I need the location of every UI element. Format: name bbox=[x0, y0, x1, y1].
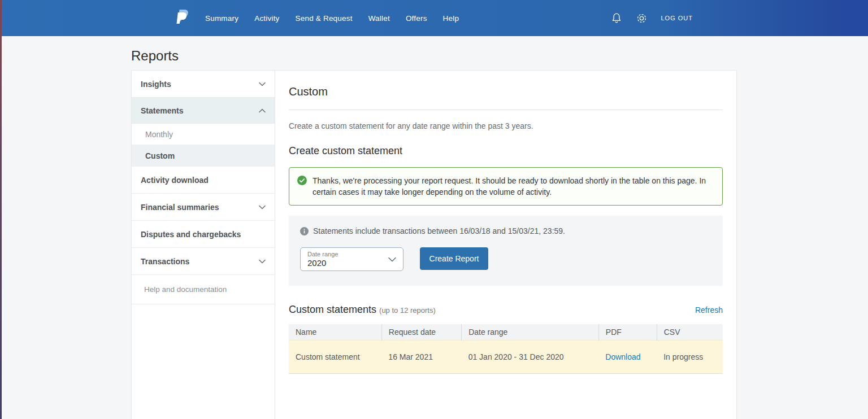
date-range-value: 2020 bbox=[307, 258, 396, 268]
cell-date-range: 01 Jan 2020 - 31 Dec 2020 bbox=[462, 341, 599, 374]
settings-gear-icon[interactable] bbox=[635, 12, 648, 25]
date-range-label: Date range bbox=[307, 251, 396, 258]
reports-page: Reports Insights Statements Monthly Cust… bbox=[0, 36, 868, 419]
primary-nav: Summary Activity Send & Request Wallet O… bbox=[205, 14, 459, 23]
nav-item-summary[interactable]: Summary bbox=[205, 14, 238, 23]
sidebar-item-label: Monthly bbox=[145, 130, 173, 139]
cell-request-date: 16 Mar 2021 bbox=[381, 341, 461, 374]
chevron-down-icon bbox=[388, 257, 396, 262]
create-report-button[interactable]: Create Report bbox=[420, 247, 488, 270]
sidebar-item-financial-summaries[interactable]: Financial summaries bbox=[132, 194, 275, 221]
custom-statements-heading-text: Custom statements bbox=[289, 304, 376, 315]
paypal-logo[interactable] bbox=[175, 10, 189, 27]
log-out-link[interactable]: LOG OUT bbox=[661, 15, 693, 21]
custom-statements-table: Name Request date Date range PDF CSV Cus… bbox=[289, 324, 723, 374]
custom-statements-header: Custom statements(up to 12 reports) Refr… bbox=[289, 304, 723, 316]
create-statement-heading: Create custom statement bbox=[289, 145, 723, 157]
cell-statement-name: Custom statement bbox=[289, 341, 381, 374]
sidebar-item-label: Help and documentation bbox=[144, 285, 227, 294]
statement-info-text: Statements include transactions between … bbox=[313, 226, 565, 235]
custom-statements-heading: Custom statements(up to 12 reports) bbox=[289, 304, 436, 316]
sidebar-item-label: Statements bbox=[141, 106, 183, 115]
pdf-download-link[interactable]: Download bbox=[605, 352, 640, 361]
create-report-panel: Statements include transactions between … bbox=[289, 216, 723, 286]
nav-item-offers[interactable]: Offers bbox=[406, 14, 427, 23]
reports-card: Insights Statements Monthly Custom Activ… bbox=[131, 70, 737, 419]
refresh-link[interactable]: Refresh bbox=[695, 305, 723, 315]
custom-statement-content: Custom Create a custom statement for any… bbox=[275, 71, 736, 419]
sidebar-item-label: Financial summaries bbox=[141, 203, 219, 212]
chevron-up-icon bbox=[259, 108, 266, 113]
page-title: Reports bbox=[131, 48, 868, 64]
chevron-down-icon bbox=[259, 259, 266, 264]
section-title: Custom bbox=[289, 85, 723, 98]
sidebar-item-label: Insights bbox=[141, 80, 171, 89]
reports-sidebar: Insights Statements Monthly Custom Activ… bbox=[132, 71, 275, 419]
sidebar-item-insights[interactable]: Insights bbox=[132, 71, 275, 98]
table-row: Custom statement 16 Mar 2021 01 Jan 2020… bbox=[289, 341, 723, 374]
custom-statements-note: (up to 12 reports) bbox=[379, 306, 436, 315]
sidebar-item-activity-download[interactable]: Activity download bbox=[132, 167, 275, 194]
nav-item-send-request[interactable]: Send & Request bbox=[296, 14, 353, 23]
sidebar-item-disputes-chargebacks[interactable]: Disputes and chargebacks bbox=[132, 221, 275, 248]
date-range-select[interactable]: Date range 2020 bbox=[300, 247, 403, 271]
success-alert: Thanks, we're processing your report req… bbox=[289, 167, 723, 206]
success-check-icon bbox=[297, 176, 307, 185]
column-header-pdf: PDF bbox=[598, 324, 657, 341]
cell-csv-status: In progress bbox=[657, 341, 723, 374]
notifications-bell-icon[interactable] bbox=[610, 11, 623, 25]
chevron-down-icon bbox=[259, 82, 266, 86]
nav-item-activity[interactable]: Activity bbox=[254, 14, 279, 23]
section-description: Create a custom statement for any date r… bbox=[289, 121, 723, 130]
column-header-csv: CSV bbox=[657, 324, 723, 341]
section-divider bbox=[289, 110, 723, 110]
sidebar-item-monthly[interactable]: Monthly bbox=[132, 124, 275, 145]
info-icon bbox=[300, 227, 309, 235]
sidebar-item-custom[interactable]: Custom bbox=[132, 145, 275, 167]
chevron-down-icon bbox=[259, 205, 266, 210]
column-header-date-range: Date range bbox=[462, 324, 599, 341]
paypal-logo-icon bbox=[175, 10, 189, 27]
sidebar-item-label: Transactions bbox=[141, 257, 189, 266]
nav-right-group: LOG OUT bbox=[610, 11, 693, 25]
statement-info-row: Statements include transactions between … bbox=[300, 226, 711, 235]
success-alert-text: Thanks, we're processing your report req… bbox=[313, 175, 713, 198]
top-navigation-bar: Summary Activity Send & Request Wallet O… bbox=[0, 0, 868, 36]
column-header-name: Name bbox=[289, 324, 381, 341]
report-controls: Date range 2020 Create Report bbox=[300, 247, 711, 271]
sidebar-item-label: Disputes and chargebacks bbox=[141, 230, 241, 239]
screen-edge-strip bbox=[0, 0, 2, 419]
table-header-row: Name Request date Date range PDF CSV bbox=[289, 324, 723, 341]
sidebar-item-transactions[interactable]: Transactions bbox=[132, 248, 275, 275]
column-header-request-date: Request date bbox=[381, 324, 461, 341]
nav-item-wallet[interactable]: Wallet bbox=[368, 14, 390, 23]
sidebar-item-help-documentation[interactable]: Help and documentation bbox=[132, 275, 275, 304]
nav-item-help[interactable]: Help bbox=[443, 14, 459, 23]
sidebar-item-label: Custom bbox=[145, 151, 175, 160]
sidebar-item-statements[interactable]: Statements bbox=[132, 98, 275, 124]
sidebar-item-label: Activity download bbox=[141, 176, 209, 185]
